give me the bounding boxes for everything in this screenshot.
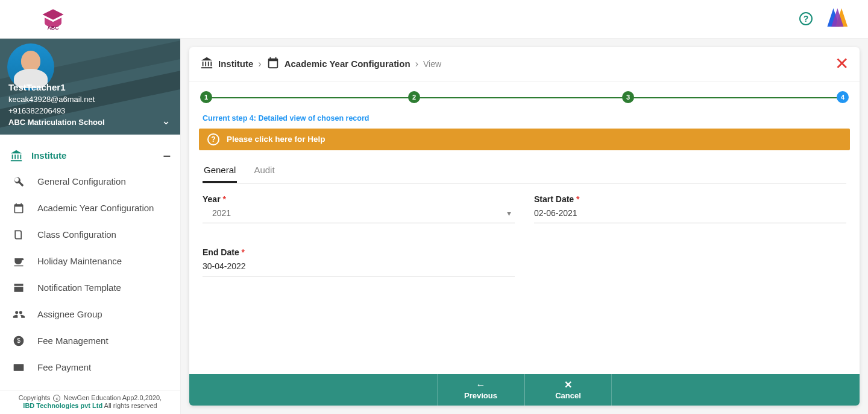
footer-suffix: All rights reserved (104, 402, 157, 409)
top-bar: ABC ? (0, 0, 868, 39)
label-start-date: Start Date (534, 194, 574, 204)
end-date-input[interactable]: 30-04-2022 (203, 257, 515, 276)
previous-button[interactable]: ← Previous (437, 374, 524, 406)
breadcrumb-l1[interactable]: Institute (218, 59, 253, 69)
footer-company[interactable]: IBD Technologies pvt Ltd (23, 402, 102, 409)
chevron-down-icon[interactable]: ⌄ (162, 114, 171, 127)
previous-label: Previous (464, 391, 497, 400)
help-circle-icon: ? (207, 133, 219, 145)
book-icon (12, 228, 25, 241)
sidebar-item-label: Holiday Maintenance (37, 256, 122, 266)
brand-logo (822, 4, 855, 33)
tab-general[interactable]: General (203, 159, 237, 183)
step-caption: Current step 4: Detailed view of chosen … (189, 112, 860, 129)
sidebar-item-assignee[interactable]: Assignee Group (0, 301, 180, 328)
school-logo: ABC (36, 4, 69, 33)
people-icon (12, 308, 25, 321)
close-icon: ✕ (564, 380, 572, 390)
teacup-icon (12, 255, 25, 268)
cancel-button[interactable]: ✕ Cancel (524, 374, 612, 406)
chevron-right-icon: › (258, 59, 261, 69)
user-email: kecak43928@a6mail.net (8, 94, 105, 106)
breadcrumb: Institute › Academic Year Configuration … (189, 47, 860, 81)
sidebar-item-gateway[interactable]: PaymentGateway (0, 381, 180, 390)
sidebar-item-label: Fee Payment (37, 362, 91, 372)
sidebar-item-holiday[interactable]: Holiday Maintenance (0, 248, 180, 275)
field-year: Year * 2021 ▾ (203, 194, 515, 223)
required-star: * (222, 194, 225, 204)
chevron-right-icon: › (415, 59, 418, 69)
calendar-icon (266, 56, 280, 72)
sidebar-item-class-config[interactable]: Class Configuration (0, 221, 180, 248)
profile-card: TestTeacher1 kecak43928@a6mail.net +9163… (0, 39, 180, 135)
svg-text:$: $ (17, 337, 20, 344)
wrench-icon (12, 175, 25, 188)
label-year: Year (203, 194, 221, 204)
svg-text:ABC: ABC (47, 25, 59, 31)
user-phone: +916382206493 (8, 106, 105, 117)
main-panel: Institute › Academic Year Configuration … (181, 39, 868, 414)
sidebar-footer: Copyrights c NewGen Education App2.0,202… (0, 390, 180, 415)
sidebar: TestTeacher1 kecak43928@a6mail.net +9163… (0, 39, 181, 414)
step-3[interactable]: 3 (622, 91, 634, 103)
template-icon (12, 281, 25, 295)
sidebar-group-label: Institute (31, 150, 66, 161)
sidebar-item-label: Fee Management (37, 336, 108, 346)
sidebar-item-fee-payment[interactable]: Fee Payment (0, 354, 180, 381)
sidebar-item-notification[interactable]: Notification Template (0, 275, 180, 301)
tabs: General Audit (203, 159, 846, 183)
breadcrumb-mode: View (423, 59, 441, 69)
wallet-icon (12, 387, 25, 390)
start-date-input[interactable]: 02-06-2021 (534, 204, 846, 223)
institution-icon (200, 56, 213, 72)
sidebar-item-label: General Configuration (37, 176, 126, 186)
sidebar-item-fee-mgmt[interactable]: $ Fee Management (0, 328, 180, 354)
calendar-icon (12, 202, 25, 215)
sidebar-item-label: PaymentGateway (37, 389, 108, 389)
sidebar-item-label: Academic Year Configuration (37, 203, 154, 213)
user-school: ABC Matriculation School (8, 117, 105, 129)
sidebar-group-institute[interactable]: Institute – (0, 143, 180, 168)
copyright-icon: c (53, 395, 60, 402)
sidebar-item-label: Notification Template (37, 282, 121, 293)
caret-down-icon: ▾ (507, 208, 511, 218)
content-card: Institute › Academic Year Configuration … (189, 47, 860, 406)
breadcrumb-l2[interactable]: Academic Year Configuration (285, 59, 410, 69)
sidebar-item-label: Assignee Group (37, 309, 102, 319)
year-select[interactable]: 2021 ▾ (203, 204, 515, 223)
sidebar-item-label: Class Configuration (37, 229, 116, 240)
sidebar-item-academic-year[interactable]: Academic Year Configuration (0, 195, 180, 221)
sidebar-item-general-config[interactable]: General Configuration (0, 168, 180, 195)
end-date-value: 30-04-2022 (203, 261, 246, 271)
field-start-date: Start Date * 02-06-2021 (534, 194, 846, 223)
help-icon[interactable]: ? (799, 12, 813, 25)
start-date-value: 02-06-2021 (534, 208, 577, 218)
help-bar[interactable]: ? Please click here for Help (199, 129, 850, 150)
year-value: 2021 (212, 208, 231, 218)
sidebar-menu: Institute – General Configuration Academ… (0, 135, 180, 390)
action-bar: ← Previous ✕ Cancel (189, 374, 860, 406)
arrow-left-icon: ← (476, 380, 486, 390)
step-1[interactable]: 1 (200, 91, 212, 103)
required-star: * (576, 194, 579, 204)
footer-app: NewGen Education App2.0,2020, (64, 394, 162, 401)
institution-icon (10, 149, 23, 162)
currency-icon: $ (12, 334, 25, 348)
user-name: TestTeacher1 (8, 81, 105, 94)
collapse-icon[interactable]: – (163, 148, 171, 164)
cancel-label: Cancel (555, 391, 581, 400)
card-icon (12, 361, 25, 374)
step-2[interactable]: 2 (408, 91, 420, 103)
required-star: * (242, 247, 245, 257)
stepper: 1 2 3 4 (200, 91, 849, 108)
field-end-date: End Date * 30-04-2022 (203, 247, 515, 276)
form: Year * 2021 ▾ Start Date * 02-06-2021 En… (189, 183, 860, 287)
footer-prefix: Copyrights (19, 394, 51, 401)
tab-audit[interactable]: Audit (253, 159, 275, 183)
close-icon[interactable]: ✕ (835, 56, 849, 72)
step-4[interactable]: 4 (837, 91, 849, 103)
label-end-date: End Date (203, 247, 239, 257)
help-bar-text: Please click here for Help (227, 135, 326, 144)
